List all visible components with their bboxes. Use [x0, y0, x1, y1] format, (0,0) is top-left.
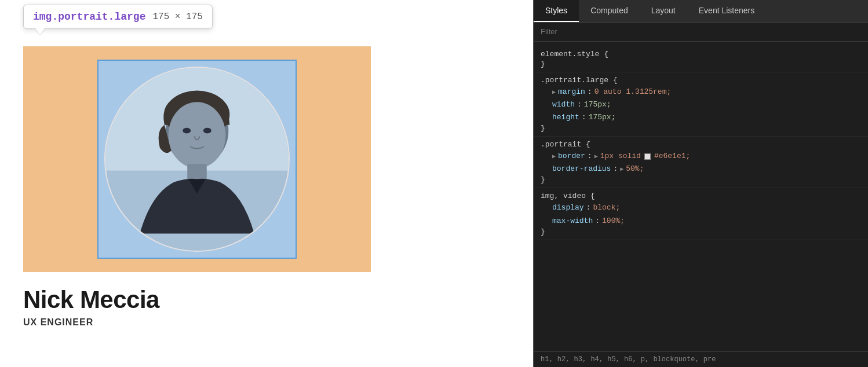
css-property-height: height : 175px; — [541, 111, 861, 124]
card-background — [23, 46, 371, 272]
prop-name: max-width — [552, 215, 593, 227]
css-property-border: ▶ border : ▶ 1px solid #e6e1e1; — [541, 150, 861, 163]
css-block-portrait-large: .portrait.large { ▶ margin : 0 auto 1.31… — [534, 72, 868, 137]
prop-name: margin — [558, 86, 585, 98]
prop-value: block; — [593, 201, 620, 214]
css-selector: .portrait { — [541, 140, 861, 149]
profile-name: Nick Meccia — [23, 286, 159, 314]
css-block-img-video: img, video { display : block; max-width … — [534, 188, 868, 240]
svg-point-6 — [183, 128, 191, 134]
profile-area: Nick Meccia UX ENGINEER — [23, 46, 510, 328]
svg-point-7 — [203, 128, 211, 134]
tab-layout[interactable]: Layout — [640, 0, 687, 22]
css-property-display: display : block; — [541, 201, 861, 214]
bottom-selector-text: h1, h2, h3, h4, h5, h6, p, blockquote, p… — [541, 355, 716, 364]
prop-value: 175px; — [589, 111, 616, 124]
css-property-width: width : 175px; — [541, 98, 861, 111]
css-block-portrait: .portrait { ▶ border : ▶ 1px solid #e6e1… — [534, 137, 868, 188]
prop-name: border — [558, 150, 585, 163]
portrait-circle — [104, 67, 290, 252]
prop-value: 100%; — [602, 215, 625, 227]
svg-rect-8 — [187, 164, 207, 181]
left-panel: img.portrait.large 175 × 175 — [0, 0, 533, 367]
prop-name: display — [552, 201, 584, 214]
css-close: } — [541, 124, 861, 133]
tab-styles[interactable]: Styles — [534, 0, 579, 22]
css-rules-area: element.style { } .portrait.large { ▶ ma… — [534, 42, 868, 351]
css-close: } — [541, 60, 861, 68]
css-selector: img, video { — [541, 192, 861, 200]
svg-point-5 — [169, 102, 226, 168]
portrait-wrapper — [99, 61, 296, 258]
tab-computed[interactable]: Computed — [579, 0, 640, 22]
css-block-element-style: element.style { } — [534, 46, 868, 72]
css-selector: element.style { — [541, 50, 861, 58]
triangle-icon[interactable]: ▶ — [552, 87, 556, 97]
bottom-bar: h1, h2, h3, h4, h5, h6, p, blockquote, p… — [534, 351, 868, 367]
prop-value-color: #e6e1e1; — [654, 150, 690, 163]
tooltip-dimensions: 175 × 175 — [152, 12, 202, 22]
css-property-max-width: max-width : 100%; — [541, 215, 861, 227]
devtools-panel: Styles Computed Layout Event Listeners e… — [533, 0, 868, 367]
prop-value: 175px; — [584, 98, 611, 111]
filter-bar — [534, 23, 868, 42]
prop-value: 0 auto 1.3125rem; — [595, 86, 672, 98]
portrait-image — [105, 68, 289, 251]
css-property-border-radius: border-radius : ▶ 50%; — [541, 163, 861, 175]
triangle-icon[interactable]: ▶ — [620, 164, 623, 174]
css-selector: .portrait.large { — [541, 76, 861, 85]
css-close: } — [541, 175, 861, 184]
prop-value: 1px solid — [600, 150, 641, 163]
prop-name: height — [552, 111, 579, 124]
element-tooltip: img.portrait.large 175 × 175 — [23, 5, 213, 29]
tab-event-listeners[interactable]: Event Listeners — [687, 0, 767, 22]
prop-name: width — [552, 98, 575, 111]
color-swatch[interactable] — [644, 153, 651, 160]
devtools-tabs: Styles Computed Layout Event Listeners — [534, 0, 868, 23]
tooltip-selector: img.portrait.large — [33, 11, 145, 23]
triangle-icon[interactable]: ▶ — [595, 152, 598, 162]
css-close: } — [541, 227, 861, 236]
filter-input[interactable] — [541, 27, 861, 36]
prop-value: 50%; — [626, 163, 644, 175]
prop-name: border-radius — [552, 163, 611, 175]
css-property-margin: ▶ margin : 0 auto 1.3125rem; — [541, 86, 861, 98]
profile-title: UX ENGINEER — [23, 317, 93, 328]
triangle-icon[interactable]: ▶ — [552, 152, 556, 162]
